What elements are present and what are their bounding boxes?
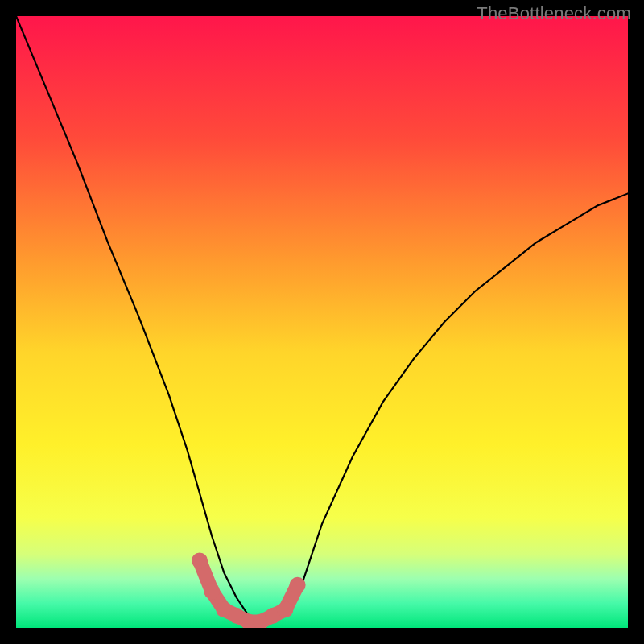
marker-dot — [204, 583, 220, 599]
watermark-text: TheBottleneck.com — [477, 3, 631, 24]
marker-dot — [192, 552, 208, 568]
chart-svg — [16, 16, 628, 628]
plot-area — [16, 16, 628, 628]
chart-stage: TheBottleneck.com — [0, 0, 644, 644]
gradient-background — [16, 16, 628, 628]
marker-dot — [277, 601, 293, 617]
marker-dot — [290, 577, 306, 593]
